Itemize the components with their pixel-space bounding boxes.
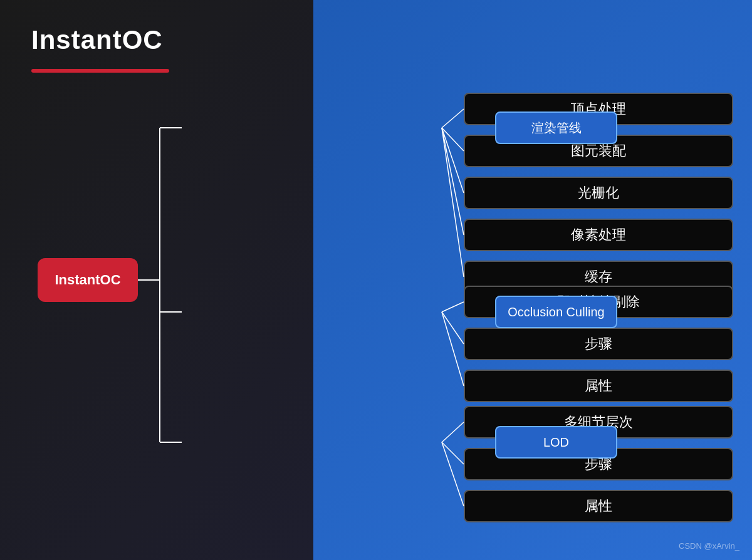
svg-line-17 bbox=[442, 442, 464, 464]
right-panel: 渲染管线 Occlusion Culling LOD 顶点处理 图元装配 光栅化 bbox=[313, 0, 752, 560]
svg-line-18 bbox=[442, 442, 464, 506]
center-node: InstantOC bbox=[38, 258, 138, 302]
branch-rendering: 渲染管线 bbox=[495, 111, 617, 144]
svg-line-13 bbox=[442, 302, 464, 312]
svg-line-8 bbox=[442, 109, 464, 128]
svg-line-15 bbox=[442, 312, 464, 386]
svg-line-12 bbox=[442, 128, 464, 277]
svg-line-14 bbox=[442, 312, 464, 344]
page-title: InstantOC bbox=[31, 25, 163, 55]
svg-line-9 bbox=[442, 128, 464, 151]
branch-lod: LOD bbox=[495, 426, 617, 459]
svg-line-10 bbox=[442, 128, 464, 193]
leaf-lod-properties: 属性 bbox=[464, 490, 733, 522]
leaf-rasterization: 光栅化 bbox=[464, 177, 733, 209]
branch-occlusion: Occlusion Culling bbox=[495, 296, 617, 328]
watermark: CSDN @xArvin_ bbox=[679, 541, 739, 551]
svg-line-11 bbox=[442, 128, 464, 235]
svg-line-16 bbox=[442, 422, 464, 442]
title-underline bbox=[31, 69, 169, 73]
leaf-occlusion-steps: 步骤 bbox=[464, 328, 733, 360]
leaf-occlusion-properties: 属性 bbox=[464, 370, 733, 402]
leaf-pixel-processing: 像素处理 bbox=[464, 219, 733, 251]
left-panel: InstantOC InstantOC bbox=[0, 0, 313, 560]
